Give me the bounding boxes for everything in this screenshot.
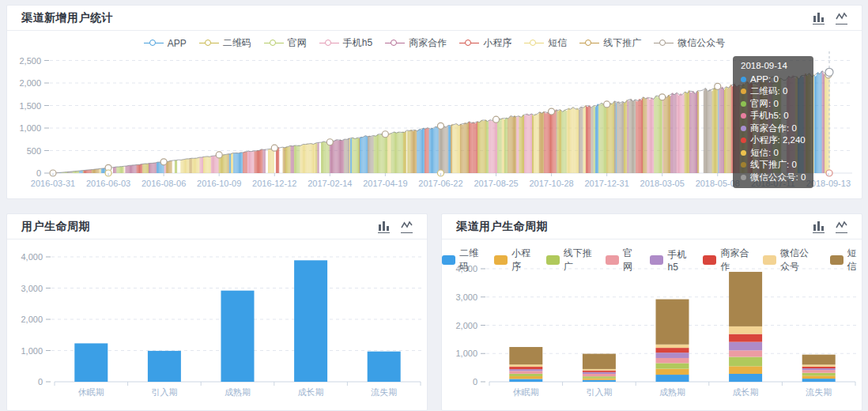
legend-item-小程序[interactable]: 小程序 [494,247,534,273]
stack-引入期-小程序[interactable] [583,379,616,380]
legend-label: 微信公众号 [780,247,817,273]
stack-引入期-微信公众号[interactable] [583,369,616,371]
stack-流失期-小程序[interactable] [802,375,836,379]
legend-item-二维码[interactable]: 二维码 [199,36,251,50]
svg-text:成长期: 成长期 [298,387,324,397]
stack-成长期-官网[interactable] [729,350,762,356]
card-title: 用户生命周期 [21,220,90,234]
legend-item-短信[interactable]: 短信 [524,36,567,50]
stack-引入期-官网[interactable] [583,374,616,376]
chart-legend: APP二维码官网手机h5商家合作小程序短信线下推广微信公众号 [7,36,862,50]
stack-流失期-二维码[interactable] [802,379,836,382]
legend-item-线下推广[interactable]: 线下推广 [579,36,641,50]
stack-流失期-商家合作[interactable] [802,367,836,368]
card-title: 渠道用户生命周期 [456,220,548,234]
stack-成熟期-小程序[interactable] [656,369,689,375]
line-chart-icon[interactable] [401,221,413,233]
stack-成熟期-手机h5[interactable] [656,353,689,358]
bar-休眠期[interactable] [74,343,108,382]
line-chart-svg[interactable]: 05001,0001,5002,0002,5002016-03-312016-0… [7,31,863,200]
bar-chart-icon[interactable] [378,221,390,233]
stack-休眠期-官网[interactable] [509,371,542,373]
stack-休眠期-小程序[interactable] [509,376,542,379]
stack-休眠期-短信[interactable] [509,347,542,364]
stack-成熟期-商家合作[interactable] [656,348,689,353]
bar-成熟期[interactable] [221,291,255,382]
bar-chart-icon[interactable] [813,12,825,25]
stack-流失期-线下推广[interactable] [802,373,836,376]
stacked-bar-chart-area[interactable]: 二维码小程序线下推广官网手机h5商家合作微信公众号短信 01,0002,0003… [442,239,862,410]
bar-成长期[interactable] [294,260,327,382]
legend-item-线下推广[interactable]: 线下推广 [546,247,593,273]
stack-引入期-商家合作[interactable] [583,371,616,372]
stack-成熟期-线下推广[interactable] [656,363,689,368]
line-chart-area[interactable]: APP二维码官网手机h5商家合作小程序短信线下推广微信公众号 05001,000… [7,31,862,198]
stack-成长期-小程序[interactable] [729,366,762,374]
line-chart-icon[interactable] [836,12,847,25]
legend-item-微信公众号[interactable]: 微信公众号 [763,247,817,273]
card-header: 渠道用户生命周期 [442,214,862,239]
svg-text:2018-07-11: 2018-07-11 [751,179,794,188]
svg-text:2,000: 2,000 [455,321,477,330]
stack-流失期-短信[interactable] [802,355,836,365]
svg-text:2,000: 2,000 [21,315,43,324]
legend-item-手机h5[interactable]: 手机h5 [319,36,372,50]
legend-item-小程序[interactable]: 小程序 [459,36,511,50]
svg-text:500: 500 [27,146,41,156]
stack-成长期-手机h5[interactable] [729,342,762,351]
stack-成熟期-短信[interactable] [656,300,689,345]
legend-item-二维码[interactable]: 二维码 [442,247,481,273]
legend-item-手机h5[interactable]: 手机h5 [650,248,690,273]
stack-流失期-官网[interactable] [802,370,836,373]
svg-text:1,000: 1,000 [21,346,43,356]
svg-text:成熟期: 成熟期 [659,387,685,397]
stack-成长期-微信公众号[interactable] [729,326,762,334]
stack-引入期-手机h5[interactable] [583,372,616,374]
legend-item-短信[interactable]: 短信 [830,247,862,273]
stack-成熟期-微信公众号[interactable] [656,345,689,348]
svg-text:1,000: 1,000 [19,123,41,133]
bar-流失期[interactable] [368,352,401,382]
stack-引入期-线下推广[interactable] [583,376,616,378]
legend-item-商家合作[interactable]: 商家合作 [703,247,749,273]
stack-休眠期-微信公众号[interactable] [509,364,542,367]
bar-chart-icon[interactable] [813,221,825,233]
stack-休眠期-线下推广[interactable] [509,374,542,376]
legend-swatch-icon [650,255,663,265]
legend-item-微信公众号[interactable]: 微信公众号 [654,36,725,50]
stack-休眠期-二维码[interactable] [509,379,542,382]
stack-成长期-线下推广[interactable] [729,357,762,367]
legend-label: 二维码 [459,247,481,273]
svg-text:0: 0 [36,168,41,178]
stack-引入期-短信[interactable] [583,354,616,369]
stack-成长期-短信[interactable] [729,272,762,326]
legend-label: APP [168,38,187,49]
stack-成长期-商家合作[interactable] [729,334,762,342]
svg-text:2017-04-19: 2017-04-19 [363,179,407,188]
stack-休眠期-商家合作[interactable] [509,367,542,369]
bar-chart-area[interactable]: 01,0002,0003,0004,000休眠期引入期成熟期成长期流失期 [7,239,427,410]
line-chart-icon[interactable] [836,221,847,233]
legend-label: 官网 [623,247,637,273]
stack-流失期-手机h5[interactable] [802,368,836,370]
svg-text:引入期: 引入期 [151,387,177,397]
card-channel-user-lifecycle: 渠道用户生命周期 二维码小程序线下推广官网手机h5商家合作微信公众号短信 01,… [441,213,862,411]
svg-text:2,000: 2,000 [19,78,41,88]
legend-label: 手机h5 [667,248,690,273]
legend-label: 二维码 [223,36,251,50]
bar-chart-svg[interactable]: 01,0002,0003,0004,000休眠期引入期成熟期成长期流失期 [7,239,428,411]
stack-引入期-二维码[interactable] [583,380,616,382]
stack-成长期-二维码[interactable] [729,374,762,382]
legend-item-APP[interactable]: APP [144,38,187,49]
stack-成熟期-官网[interactable] [656,358,689,363]
svg-text:休眠期: 休眠期 [513,387,539,397]
legend-item-官网[interactable]: 官网 [606,247,637,273]
legend-item-官网[interactable]: 官网 [264,36,307,50]
stack-流失期-微信公众号[interactable] [802,364,836,367]
stack-成熟期-二维码[interactable] [656,375,689,382]
legend-label: 商家合作 [720,247,749,273]
legend-swatch-icon [703,255,716,265]
bar-引入期[interactable] [148,351,181,382]
legend-item-商家合作[interactable]: 商家合作 [385,36,447,50]
stack-休眠期-手机h5[interactable] [509,369,542,371]
